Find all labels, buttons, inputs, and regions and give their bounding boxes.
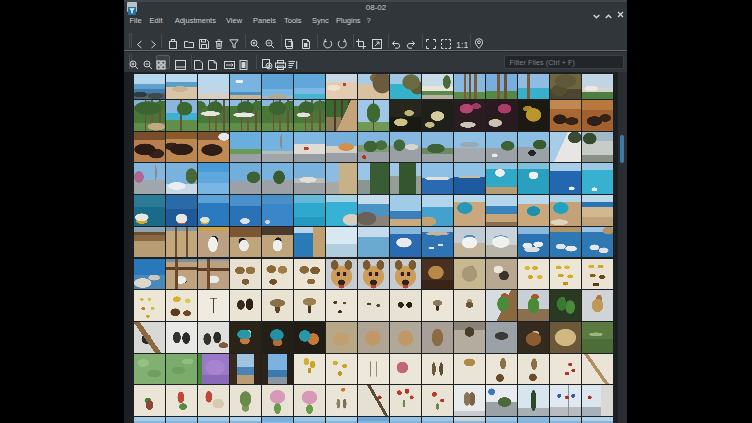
svg-text:1:1: 1:1	[456, 39, 468, 49]
